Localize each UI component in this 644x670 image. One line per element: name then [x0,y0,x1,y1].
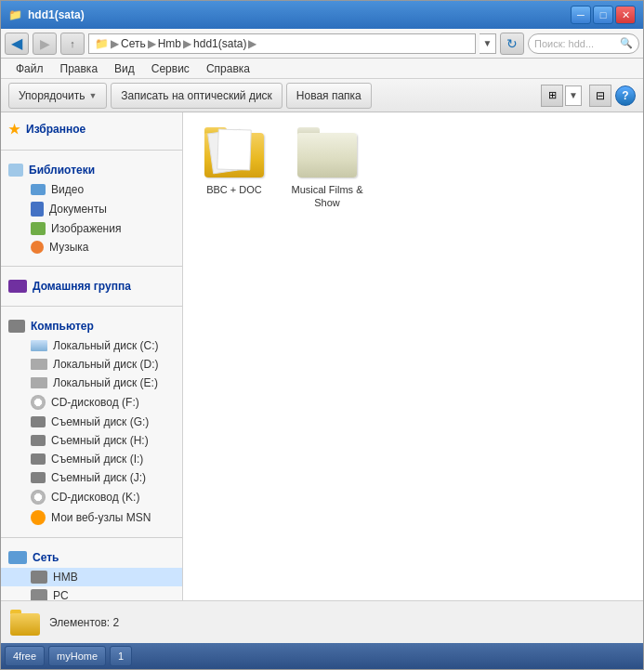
address-dropdown[interactable]: ▼ [480,33,496,54]
taskbar: 4free myHome 1 [1,643,643,669]
folder-bbc-doc-icon [204,127,264,177]
address-path[interactable]: 📁 ▶ Сеть ▶ Hmb ▶ hdd1(sata) ▶ [88,33,476,54]
path-hmb: Hmb [158,37,181,50]
network-section: Сеть HMB PC [1,542,182,600]
sidebar-item-drive-d[interactable]: Локальный диск (D:) [1,355,182,374]
libraries-header[interactable]: Библиотеки [1,160,182,180]
usb-j-label: Съемный диск (J:) [51,471,146,484]
path-drive: hdd1(sata) [193,37,246,50]
video-icon [31,184,46,195]
taskbar-btn-myhome[interactable]: myHome [48,646,106,666]
folder-body [204,133,264,177]
up-button[interactable]: ↑ [60,33,85,55]
computer-header[interactable]: Компьютер [1,316,182,336]
sidebar-item-drive-e[interactable]: Локальный диск (E:) [1,374,182,392]
title-bar: 📁 hdd1(sata) ─ □ ✕ [1,1,643,29]
search-placeholder: Поиск: hdd... [534,38,594,49]
sidebar-item-cd-f[interactable]: CD-дисковод (F:) [1,392,182,413]
folder-musical-icon [297,127,357,177]
menu-view[interactable]: Вид [107,60,142,77]
cd-f-icon [31,395,46,410]
divider-1 [1,150,182,151]
sidebar-item-usb-h[interactable]: Съемный диск (H:) [1,431,182,450]
favorites-header[interactable]: ★ Избранное [1,118,182,140]
cd-k-icon [31,490,46,505]
search-icon[interactable]: 🔍 [620,37,633,49]
sidebar-item-cd-k[interactable]: CD-дисковод (K:) [1,487,182,507]
menu-help[interactable]: Справка [199,60,257,77]
panel-button[interactable]: ⊟ [589,85,611,107]
folder-plain-body [297,133,357,177]
sidebar-item-music[interactable]: Музыка [1,238,182,256]
drive-e-label: Локальный диск (E:) [53,376,158,389]
menu-edit[interactable]: Правка [53,60,106,77]
folder-bbc-doc[interactable]: BBC + DOC [192,122,276,216]
burn-button[interactable]: Записать на оптический диск [111,83,283,109]
main-area: ★ Избранное Библиотеки Видео Документы [1,112,643,600]
sidebar-item-msn[interactable]: Мои веб-узлы MSN [1,507,182,528]
sidebar-item-documents[interactable]: Документы [1,199,182,219]
usb-h-label: Съемный диск (H:) [51,434,149,447]
usb-i-icon [31,453,46,465]
folder-musical[interactable]: Musical Films &Show [285,122,369,216]
taskbar-btn-1[interactable]: 1 [110,646,132,666]
taskbar-btn-4free[interactable]: 4free [5,646,45,666]
homegroup-header[interactable]: Домашняя группа [1,276,182,296]
folder-musical-label: Musical Films &Show [291,183,362,210]
window-icon: 📁 [8,8,22,21]
minimize-button[interactable]: ─ [571,6,591,24]
drive-c-icon [31,340,47,351]
refresh-button[interactable]: ↻ [500,33,524,55]
folder-papers [210,137,258,170]
maximize-button[interactable]: □ [593,6,613,24]
organize-button[interactable]: Упорядочить ▼ [8,83,107,109]
sidebar-item-video[interactable]: Видео [1,180,182,199]
folder-bbc-doc-label: BBC + DOC [206,183,262,196]
libraries-icon [8,164,23,177]
sidebar-item-usb-g[interactable]: Съемный диск (G:) [1,413,182,431]
new-folder-button[interactable]: Новая папка [286,83,372,109]
homegroup-icon [8,280,27,293]
view-mode-button[interactable]: ⊞ [541,85,563,107]
burn-label: Записать на оптический диск [121,89,272,102]
title-bar-controls: ─ □ ✕ [571,6,636,24]
homegroup-section: Домашняя группа [1,270,182,302]
forward-button[interactable]: ▶ [33,33,57,55]
menu-file[interactable]: Файл [8,60,51,77]
network-label: Сеть [33,551,59,564]
divider-2 [1,266,182,267]
network-header[interactable]: Сеть [1,547,182,568]
hmb-label: HMB [53,571,78,584]
libraries-label: Библиотеки [29,164,95,177]
status-folder-body [10,613,40,636]
sidebar-item-hmb[interactable]: HMB [1,568,182,586]
favorites-icon: ★ [8,122,20,137]
window: 📁 hdd1(sata) ─ □ ✕ ◀ ▶ ↑ 📁 ▶ Сеть ▶ Hmb … [0,0,644,670]
favorites-label: Избранное [26,123,85,136]
organize-label: Упорядочить [19,89,85,102]
sidebar-item-drive-c[interactable]: Локальный диск (C:) [1,336,182,355]
menu-bar: Файл Правка Вид Сервис Справка [1,59,643,79]
back-button[interactable]: ◀ [5,33,29,55]
title-bar-left: 📁 hdd1(sata) [8,8,85,21]
search-box[interactable]: Поиск: hdd... 🔍 [528,33,639,54]
toolbar: Упорядочить ▼ Записать на оптический дис… [1,79,643,112]
msn-icon [31,510,46,525]
close-button[interactable]: ✕ [615,6,636,24]
usb-h-icon [31,435,46,446]
help-button[interactable]: ? [615,85,636,106]
menu-service[interactable]: Сервис [144,60,197,77]
view-dropdown[interactable]: ▼ [565,85,582,106]
pc-label: PC [53,589,69,600]
docs-icon [31,202,44,217]
path-sep2: ▶ [146,37,158,50]
computer-label: Компьютер [31,320,94,333]
sidebar-item-usb-i[interactable]: Съемный диск (I:) [1,450,182,468]
sidebar-item-pc[interactable]: PC [1,586,182,600]
sidebar-item-images[interactable]: Изображения [1,219,182,238]
drive-e-icon [31,377,47,388]
usb-i-label: Съемный диск (I:) [51,453,143,466]
sidebar-item-usb-j[interactable]: Съемный диск (J:) [1,468,182,487]
pc-icon [31,589,47,600]
computer-icon [8,320,25,333]
